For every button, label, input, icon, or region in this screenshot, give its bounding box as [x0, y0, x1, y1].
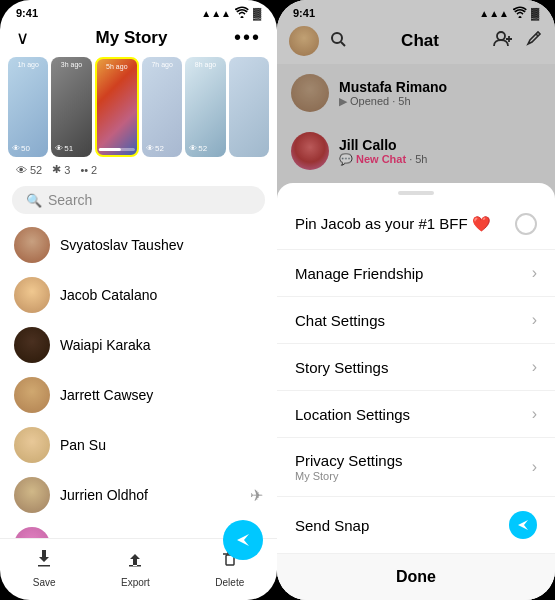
story-header: ∨ My Story •••: [0, 22, 277, 57]
signal-icon: ▲▲▲: [201, 8, 231, 19]
story-thumb-5[interactable]: [229, 57, 269, 157]
location-settings-item[interactable]: Location Settings ›: [277, 391, 555, 438]
status-bar-left: 9:41 ▲▲▲ ▓: [0, 0, 277, 22]
story-settings-label: Story Settings: [295, 359, 388, 376]
thumb-time-2: 5h ago: [97, 63, 137, 70]
location-settings-label: Location Settings: [295, 406, 410, 423]
privacy-settings-sub: My Story: [295, 470, 403, 482]
story-thumb-2[interactable]: 5h ago: [95, 57, 139, 157]
avatar-jurrien: [14, 477, 50, 513]
avatar-svyatoslav: [14, 227, 50, 263]
manage-friendship-chevron: ›: [532, 264, 537, 282]
friend-name-jarrett: Jarrett Cawsey: [60, 387, 153, 403]
thumb-time-3: 7h ago: [142, 61, 182, 68]
eye-icon: 👁: [16, 164, 27, 176]
privacy-settings-chevron: ›: [532, 458, 537, 476]
dot-count: •• 2: [80, 164, 97, 176]
friend-name-jacob: Jacob Catalano: [60, 287, 157, 303]
chat-settings-item[interactable]: Chat Settings ›: [277, 297, 555, 344]
search-bar[interactable]: 🔍 Search: [12, 186, 265, 214]
story-thumb-1[interactable]: 3h ago 👁51: [51, 57, 91, 157]
friend-name-waiapi: Waiapi Karaka: [60, 337, 151, 353]
friend-item-jacob[interactable]: Jacob Catalano: [0, 270, 277, 320]
right-panel: 9:41 ▲▲▲ ▓ Chat Mustafa Ri: [277, 0, 555, 600]
export-button[interactable]: Export: [121, 547, 150, 588]
pin-text: Pin Jacob as your #1 BFF ❤️: [295, 215, 491, 233]
story-stats: 👁 52 ✱ 3 •• 2: [0, 157, 277, 182]
send-snap-item[interactable]: Send Snap: [277, 497, 555, 554]
delete-label: Delete: [215, 577, 244, 588]
dot-number: 2: [91, 164, 97, 176]
thumb-time-1: 3h ago: [51, 61, 91, 68]
friend-name-svyatoslav: Svyatoslav Taushev: [60, 237, 183, 253]
save-button[interactable]: Save: [33, 547, 56, 588]
left-panel: 9:41 ▲▲▲ ▓ ∨ My Story ••• 1h ago 👁50 3h …: [0, 0, 277, 600]
privacy-settings-item[interactable]: Privacy Settings My Story ›: [277, 438, 555, 497]
story-title: My Story: [96, 28, 168, 48]
story-settings-item[interactable]: Story Settings ›: [277, 344, 555, 391]
battery-icon: ▓: [253, 7, 261, 19]
privacy-settings-label: Privacy Settings: [295, 452, 403, 469]
thumb-time-0: 1h ago: [8, 61, 48, 68]
manage-friendship-label: Manage Friendship: [295, 265, 423, 282]
manage-friendship-content: Manage Friendship: [295, 265, 423, 282]
story-thumb-3[interactable]: 7h ago 👁52: [142, 57, 182, 157]
manage-friendship-item[interactable]: Manage Friendship ›: [277, 250, 555, 297]
wifi-icon: [235, 6, 249, 20]
pin-bff-item[interactable]: Pin Jacob as your #1 BFF ❤️: [277, 199, 555, 250]
back-chevron[interactable]: ∨: [16, 27, 29, 49]
send-button-left[interactable]: [223, 520, 263, 560]
chat-settings-chevron: ›: [532, 311, 537, 329]
story-thumb-4[interactable]: 8h ago 👁52: [185, 57, 225, 157]
star-number: 3: [64, 164, 70, 176]
story-settings-content: Story Settings: [295, 359, 388, 376]
friend-item-jurrien[interactable]: Jurrien Oldhof ✈: [0, 470, 277, 520]
export-icon: [124, 547, 146, 575]
friend-name-meg: Meg Rigden: [60, 537, 136, 538]
friend-item-pan[interactable]: Pan Su: [0, 420, 277, 470]
thumb-time-4: 8h ago: [185, 61, 225, 68]
friend-name-jurrien: Jurrien Oldhof: [60, 487, 148, 503]
privacy-settings-content: Privacy Settings My Story: [295, 452, 403, 482]
avatar-jarrett: [14, 377, 50, 413]
pin-circle: [515, 213, 537, 235]
done-button[interactable]: Done: [277, 554, 555, 600]
send-snap-button[interactable]: [509, 511, 537, 539]
avatar-jacob: [14, 277, 50, 313]
avatar-pan: [14, 427, 50, 463]
dot-icon: ••: [80, 164, 88, 176]
save-label: Save: [33, 577, 56, 588]
view-number: 52: [30, 164, 42, 176]
export-label: Export: [121, 577, 150, 588]
time-left: 9:41: [16, 7, 38, 19]
avatar-waiapi: [14, 327, 50, 363]
story-settings-chevron: ›: [532, 358, 537, 376]
location-settings-content: Location Settings: [295, 406, 410, 423]
friend-item-jarrett[interactable]: Jarrett Cawsey: [0, 370, 277, 420]
bottom-sheet: Pin Jacob as your #1 BFF ❤️ Manage Frien…: [277, 183, 555, 600]
friend-list: Svyatoslav Taushev Jacob Catalano Waiapi…: [0, 220, 277, 538]
star-icon: ✱: [52, 163, 61, 176]
more-options-icon[interactable]: •••: [234, 26, 261, 49]
save-icon: [33, 547, 55, 575]
star-count: ✱ 3: [52, 163, 70, 176]
status-icons-left: ▲▲▲ ▓: [201, 6, 261, 20]
sheet-handle: [398, 191, 434, 195]
avatar-meg: [14, 527, 50, 538]
friend-item-waiapi[interactable]: Waiapi Karaka: [0, 320, 277, 370]
story-thumb-0[interactable]: 1h ago 👁50: [8, 57, 48, 157]
location-settings-chevron: ›: [532, 405, 537, 423]
search-placeholder: Search: [48, 192, 92, 208]
send-snap-label: Send Snap: [295, 517, 369, 534]
search-icon: 🔍: [26, 193, 42, 208]
friend-item-svyatoslav[interactable]: Svyatoslav Taushev: [0, 220, 277, 270]
airplane-icon: ✈: [250, 486, 263, 505]
chat-settings-content: Chat Settings: [295, 312, 385, 329]
story-thumbnails: 1h ago 👁50 3h ago 👁51 5h ago 7h ago 👁52 …: [0, 57, 277, 157]
pin-bff-label: Pin Jacob as your #1 BFF ❤️: [295, 215, 491, 233]
friend-name-pan: Pan Su: [60, 437, 106, 453]
chat-settings-label: Chat Settings: [295, 312, 385, 329]
view-count: 👁 52: [16, 164, 42, 176]
